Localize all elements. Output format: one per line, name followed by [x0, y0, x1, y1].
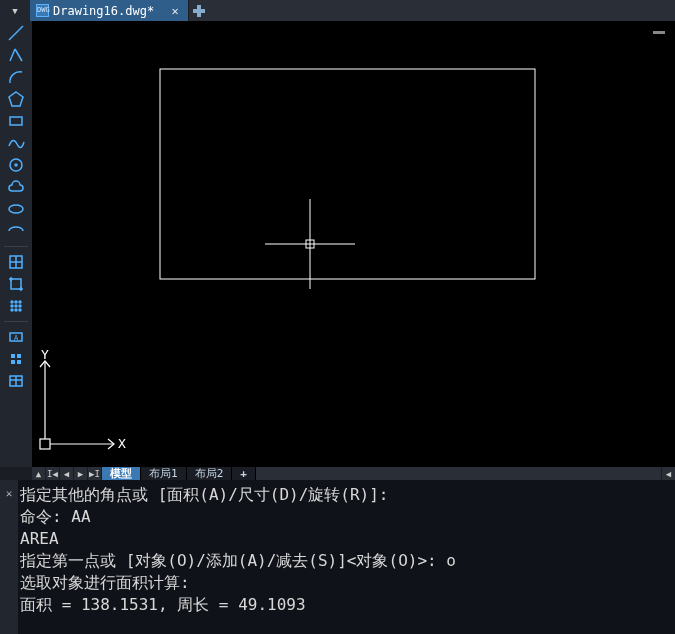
svg-point-13 — [15, 301, 17, 303]
tool-column: A — [0, 21, 32, 467]
layout-tab-model[interactable]: 模型 — [102, 467, 141, 480]
command-close-button[interactable]: ✕ — [0, 480, 18, 634]
layout-scroll-left-icon[interactable]: ◀ — [661, 467, 675, 480]
layout-add-button[interactable]: + — [232, 467, 256, 480]
spline-tool[interactable] — [5, 133, 27, 153]
crop-tool[interactable] — [5, 274, 27, 294]
svg-line-2 — [15, 49, 22, 61]
svg-line-0 — [9, 26, 23, 40]
svg-point-15 — [11, 305, 13, 307]
tab-dropdown-button[interactable]: ▼ — [0, 0, 30, 21]
window-minimize-icon[interactable] — [653, 31, 665, 34]
file-name-label: Drawing16.dwg* — [53, 4, 154, 18]
new-tab-button[interactable] — [189, 0, 209, 21]
text-tool[interactable]: A — [5, 327, 27, 347]
angle-line-tool[interactable] — [5, 45, 27, 65]
svg-point-7 — [9, 205, 23, 213]
svg-rect-24 — [17, 354, 21, 358]
table-tool[interactable] — [5, 371, 27, 391]
hatch-grid-tool[interactable] — [5, 349, 27, 369]
svg-point-20 — [19, 309, 21, 311]
drawing-canvas[interactable]: X Y — [32, 21, 675, 467]
svg-point-19 — [15, 309, 17, 311]
layout-prev-button[interactable]: ◀ — [60, 467, 74, 480]
tool-divider — [4, 321, 28, 322]
ucs-icon — [40, 361, 114, 449]
svg-rect-4 — [10, 117, 22, 125]
ucs-y-label: Y — [41, 347, 49, 362]
ellipse-arc-tool[interactable] — [5, 221, 27, 241]
svg-point-16 — [15, 305, 17, 307]
svg-point-14 — [19, 301, 21, 303]
svg-rect-23 — [11, 354, 15, 358]
svg-rect-11 — [11, 279, 21, 289]
svg-point-17 — [19, 305, 21, 307]
pattern-tool[interactable] — [5, 296, 27, 316]
layout-tab-1[interactable]: 布局1 — [141, 467, 187, 480]
layout-next-button[interactable]: ▶ — [74, 467, 88, 480]
polygon-tool[interactable] — [5, 89, 27, 109]
block-tool[interactable] — [5, 252, 27, 272]
drawn-rectangle — [160, 69, 535, 279]
svg-point-18 — [11, 309, 13, 311]
crosshair-cursor — [265, 199, 355, 289]
tool-divider — [4, 246, 28, 247]
svg-point-12 — [11, 301, 13, 303]
ucs-x-label: X — [118, 436, 126, 451]
svg-marker-3 — [9, 92, 23, 106]
rectangle-tool[interactable] — [5, 111, 27, 131]
layout-last-button[interactable]: ▶I — [88, 467, 102, 480]
command-window[interactable]: ✕ 指定其他的角点或 [面积(A)/尺寸(D)/旋转(R)]: 命令: AA A… — [0, 480, 675, 634]
svg-rect-25 — [11, 360, 15, 364]
svg-point-6 — [15, 164, 17, 166]
layout-hscroll[interactable]: ◀ — [256, 467, 675, 480]
line-tool[interactable] — [5, 23, 27, 43]
svg-rect-33 — [40, 439, 50, 449]
layout-first-button[interactable]: I◀ — [46, 467, 60, 480]
file-tab-bar: DWG Drawing16.dwg* ✕ — [30, 0, 675, 21]
ellipse-tool[interactable] — [5, 199, 27, 219]
svg-rect-26 — [17, 360, 21, 364]
layout-tab-2[interactable]: 布局2 — [187, 467, 233, 480]
circle-tool[interactable] — [5, 155, 27, 175]
dwg-icon: DWG — [36, 4, 49, 17]
layout-collapse-button[interactable]: ▲ — [32, 467, 46, 480]
layout-tab-bar: ▲ I◀ ◀ ▶ ▶I 模型 布局1 布局2 + ◀ — [32, 467, 675, 480]
close-tab-button[interactable]: ✕ — [168, 4, 182, 18]
cloud-tool[interactable] — [5, 177, 27, 197]
file-tab[interactable]: DWG Drawing16.dwg* ✕ — [30, 0, 189, 21]
command-lines: 指定其他的角点或 [面积(A)/尺寸(D)/旋转(R)]: 命令: AA ARE… — [18, 480, 675, 634]
arc-tool[interactable] — [5, 67, 27, 87]
svg-line-1 — [10, 49, 15, 61]
